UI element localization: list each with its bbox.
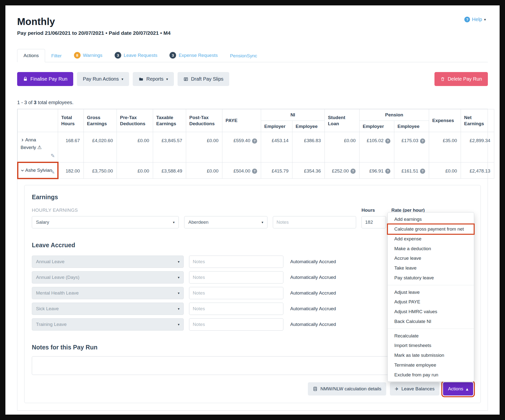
toolbar: Finalise Pay Run Pay Run Actions ▾ Repor…	[17, 72, 488, 86]
help-icon[interactable]: ?	[420, 138, 425, 144]
leave-balances-button[interactable]: ✈ Leave Balances	[390, 382, 439, 395]
menu-item-adjust-hmrc-values[interactable]: Adjust HMRC values	[388, 307, 474, 317]
table-cell: £0.00	[117, 132, 153, 162]
chevron-down-icon: ▾	[178, 322, 180, 326]
pay-run-actions-label: Pay Run Actions	[83, 76, 119, 82]
edit-pencil-icon[interactable]: ✎	[50, 152, 55, 160]
col-pension-employee: Employee	[394, 121, 429, 132]
table-cell: £354.36	[292, 162, 325, 179]
table-cell: £35.00	[429, 132, 461, 162]
earnings-notes-input[interactable]	[273, 216, 356, 228]
table-cell: £2,478.13	[461, 162, 494, 179]
nmw-calculation-button[interactable]: NMW/NLW calculation details	[308, 382, 386, 395]
pay-run-actions-button[interactable]: Pay Run Actions ▾	[77, 72, 129, 86]
menu-item-back-calculate-ni[interactable]: Back Calculate NI	[388, 317, 474, 326]
location-select[interactable]: Aberdeen ▾	[184, 216, 267, 228]
menu-item-mark-as-late-submission[interactable]: Mark as late submission	[388, 350, 474, 360]
expense-requests-count-badge: 3	[169, 52, 176, 59]
menu-item-calculate-gross-payment-from-net[interactable]: Calculate gross payment from net	[388, 224, 474, 234]
table-cell: £0.00	[117, 162, 153, 179]
table-cell: £0.00	[186, 132, 222, 162]
table-cell: £386.83	[292, 132, 325, 162]
menu-item-recalculate[interactable]: Recalculate	[388, 331, 474, 341]
delete-pay-run-button[interactable]: Delete Pay Run	[434, 72, 488, 86]
menu-item-import-timesheets[interactable]: Import timesheets	[388, 341, 474, 350]
col-group-pension: Pension	[360, 109, 429, 121]
menu-item-adjust-leave[interactable]: Adjust leave	[388, 287, 474, 297]
employees-table: Total Hours Gross Earnings Pre-Tax Deduc…	[17, 109, 494, 179]
table-cell: £0.00	[325, 132, 360, 162]
menu-item-add-earnings[interactable]: Add earnings	[388, 214, 474, 224]
employee-detail-panel: Earnings HOURLY EARNINGS Hours Rate (per…	[24, 185, 481, 403]
tab-leave-requests[interactable]: 3 Leave Requests	[108, 48, 163, 62]
warning-icon: ⚠	[37, 145, 42, 150]
leave-notes-input[interactable]	[189, 271, 283, 284]
help-icon[interactable]: ?	[252, 138, 257, 144]
tab-filter[interactable]: Filter	[45, 49, 68, 62]
leave-notes-input[interactable]	[189, 318, 283, 331]
help-icon[interactable]: ?	[252, 169, 257, 174]
draft-pay-slips-label: Draft Pay Slips	[191, 76, 223, 82]
tab-warnings[interactable]: 8 Warnings	[68, 48, 109, 62]
cell-value: £559.40	[233, 138, 250, 143]
help-icon: ?	[464, 17, 470, 22]
employee-count-total: 3	[34, 100, 36, 105]
table-cell: £0.00	[429, 162, 461, 179]
help-icon[interactable]: ?	[385, 169, 390, 174]
help-icon[interactable]: ?	[385, 138, 390, 144]
cell-value: £252.00	[332, 168, 349, 173]
menu-divider	[388, 285, 474, 285]
menu-item-accrue-leave[interactable]: Accrue leave	[388, 253, 474, 263]
leave-notes-input[interactable]	[189, 287, 283, 299]
earnings-type-select[interactable]: Salary ▾	[32, 216, 179, 228]
reports-button[interactable]: Reports ▾	[133, 72, 174, 86]
page-header: Monthly Pay period 21/06/2021 to 20/07/2…	[17, 5, 488, 36]
table-cell: £504.00?	[222, 162, 261, 179]
table-cell: £105.02?	[360, 132, 394, 162]
hours-input[interactable]	[361, 216, 386, 228]
tab-warnings-label: Warnings	[83, 53, 103, 58]
table-cell: £3,845.57	[153, 132, 186, 162]
pay-slip-icon	[183, 77, 188, 82]
draft-pay-slips-button[interactable]: Draft Pay Slips	[178, 72, 229, 86]
tab-actions[interactable]: Actions	[17, 49, 45, 62]
employee-cell-anna-beverly[interactable]: Anna Beverly⚠ ✎	[18, 132, 58, 162]
menu-item-pay-statutory-leave[interactable]: Pay statutory leave	[388, 273, 474, 283]
edit-pencil-icon[interactable]: ✎	[50, 169, 55, 176]
folder-icon	[139, 77, 144, 82]
help-icon[interactable]: ?	[350, 169, 356, 174]
help-label: Help	[472, 17, 482, 22]
table-cell: £96.91?	[360, 162, 394, 179]
menu-item-make-a-deduction[interactable]: Make a deduction	[388, 244, 474, 254]
employee-name: Ashe Sylvian	[25, 168, 52, 173]
chevron-down-icon: ▾	[121, 77, 123, 81]
menu-item-take-leave[interactable]: Take leave	[388, 263, 474, 273]
employee-detail-wrap: Earnings HOURLY EARNINGS Hours Rate (per…	[17, 179, 488, 410]
hours-label: Hours	[361, 208, 386, 213]
tab-expense-requests[interactable]: 3 Expense Requests	[163, 48, 224, 62]
employee-cell-ashe-sylvian[interactable]: Ashe Sylvian ✎	[18, 162, 58, 179]
help-menu[interactable]: ? Help ▾	[464, 17, 486, 22]
menu-item-terminate-employee[interactable]: Terminate employee	[388, 360, 474, 370]
col-pension-employer: Employer	[360, 121, 394, 132]
table-cell: £2,899.34	[461, 132, 494, 162]
detail-footer: NMW/NLW calculation details ✈ Leave Bala…	[32, 382, 473, 395]
col-total-hours: Total Hours	[58, 109, 84, 132]
col-taxable-earnings: Taxable Earnings	[153, 109, 186, 132]
table-cell: £175.03?	[394, 132, 429, 162]
col-student-loan: Student Loan	[325, 109, 360, 132]
actions-button[interactable]: Actions ▴	[443, 382, 473, 395]
menu-item-adjust-paye[interactable]: Adjust PAYE	[388, 297, 474, 307]
leave-notes-input[interactable]	[189, 256, 283, 268]
table-cell: £3,588.49	[153, 162, 186, 179]
employee-count-prefix: 1 - 3 of	[17, 100, 34, 105]
leave-notes-input[interactable]	[189, 303, 283, 315]
table-cell: £252.00?	[325, 162, 360, 179]
menu-item-exclude-from-pay-run[interactable]: Exclude from pay run	[388, 370, 474, 380]
tab-pensionsync[interactable]: PensionSync	[224, 49, 263, 62]
menu-item-add-expense[interactable]: Add expense	[388, 234, 474, 244]
help-icon[interactable]: ?	[420, 169, 425, 174]
leave-balances-label: Leave Balances	[401, 386, 434, 392]
plane-icon: ✈	[395, 386, 399, 392]
finalise-pay-run-button[interactable]: Finalise Pay Run	[17, 72, 73, 86]
